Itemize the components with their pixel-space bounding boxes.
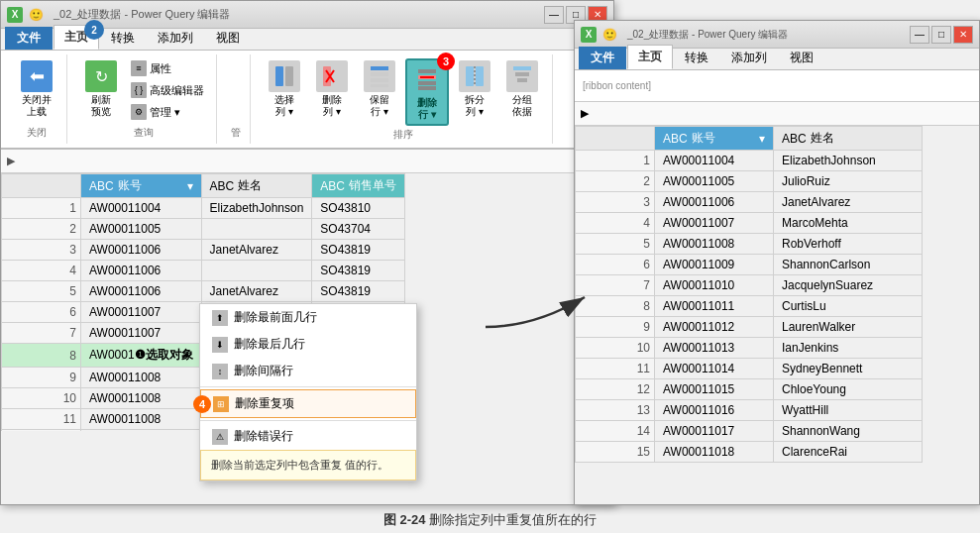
right-table-row[interactable]: 7AW00011010JacquelynSuarez <box>576 275 923 296</box>
group-by-button[interactable]: 分组依据 <box>500 58 544 120</box>
table-row[interactable]: 1 AW00011004 ElizabethJohnson SO43810 <box>2 198 405 219</box>
right-col-header-name[interactable]: ABC 姓名 <box>774 127 923 151</box>
group-by-label: 分组依据 <box>512 94 532 118</box>
cell-acct: AW0001❶选取对象 <box>81 344 202 368</box>
svg-rect-13 <box>418 86 436 90</box>
right-minimize-btn[interactable]: — <box>910 26 929 44</box>
split-col-icon <box>459 60 490 92</box>
tab-view[interactable]: 视图 <box>205 26 251 50</box>
svg-rect-7 <box>371 78 388 82</box>
tab-home[interactable]: 主页 2 <box>54 25 99 50</box>
menu-item-errors[interactable]: ⚠ 删除错误行 <box>200 423 416 450</box>
menu-item-duplicates[interactable]: ⊞ 删除重复项 4 <box>200 389 416 418</box>
keep-row-button[interactable]: 保留行 ▾ <box>358 58 401 120</box>
right-col-header-acct[interactable]: ABC 账号 ▾ <box>655 127 774 151</box>
right-table-row[interactable]: 6AW00011009ShannonCarlson <box>576 255 923 275</box>
right-maximize-btn[interactable]: □ <box>931 26 951 44</box>
left-window: X 🙂 _02_处理数据 - Power Query 编辑器 — □ ✕ 文件 … <box>0 0 614 505</box>
caption-number: 图 2-24 <box>383 512 426 527</box>
right-table-row[interactable]: 14AW00011017ShannonWang <box>576 421 923 442</box>
select-col-button[interactable]: 选择列 ▾ <box>263 58 306 120</box>
table-row[interactable]: 2 AW00011005 SO43704 <box>2 219 405 240</box>
svg-rect-0 <box>275 66 283 86</box>
cell-order: SO43704 <box>312 219 405 240</box>
cell-acct: AW00011006 <box>81 240 202 261</box>
col-header-acct[interactable]: ABC 账号 ▾ <box>81 174 202 198</box>
right-table-row[interactable]: 2AW00011005JulioRuiz <box>576 171 923 192</box>
keep-row-icon <box>364 60 395 92</box>
tab-transform[interactable]: 转换 <box>100 26 146 50</box>
right-name-col-type: ABC <box>782 132 807 146</box>
svg-rect-18 <box>515 72 529 76</box>
right-table-row[interactable]: 5AW00011008RobVerhoff <box>576 234 923 255</box>
cell-order: SO43819 <box>312 240 405 261</box>
badge-2: 2 <box>84 20 104 40</box>
interval-rows-icon: ↕ <box>212 364 228 379</box>
right-smiley: 🙂 <box>602 28 617 42</box>
menu-divider-2 <box>200 420 416 421</box>
refresh-button[interactable]: ↻ 刷新预览 <box>79 58 123 120</box>
acct-col-type: ABC <box>89 179 114 193</box>
menu-item-top-rows[interactable]: ⬆ 删除最前面几行 <box>200 304 416 331</box>
right-table-row[interactable]: 15AW00011018ClarenceRai <box>576 442 923 463</box>
manage-label: 管理 ▾ <box>150 105 180 120</box>
properties-button[interactable]: ≡ 属性 <box>127 58 208 78</box>
right-table-row[interactable]: 3AW00011006JanetAlvarez <box>576 192 923 213</box>
row-num: 4 <box>2 261 81 281</box>
right-table-row[interactable]: 11AW00011014SydneyBennett <box>576 359 923 379</box>
right-formula-bar: ▶ <box>575 102 979 126</box>
menu-item-top-rows-label: 删除最前面几行 <box>234 309 317 326</box>
right-tab-add-col[interactable]: 添加列 <box>720 46 778 69</box>
caption: 图 2-24 删除指定列中重复值所在的行 <box>0 507 980 533</box>
close-load-label: 关闭并上载 <box>22 94 52 118</box>
row-num: 8 <box>2 344 81 368</box>
right-table-row[interactable]: 4AW00011007MarcoMehta <box>576 213 923 234</box>
table-row[interactable]: 5 AW00011006 JanetAlvarez SO43819 <box>2 281 405 302</box>
right-table-container[interactable]: ABC 账号 ▾ ABC 姓名 1AW00011004ElizabethJohn… <box>575 126 979 463</box>
right-table-row[interactable]: 12AW00011015ChloeYoung <box>576 379 923 400</box>
advanced-editor-button[interactable]: { } 高级编辑器 <box>127 80 208 100</box>
tab-add-col[interactable]: 添加列 <box>147 26 204 50</box>
right-table-body: 1AW00011004ElizabethJohnson 2AW00011005J… <box>576 151 923 463</box>
right-table-row[interactable]: 10AW00011013IanJenkins <box>576 338 923 359</box>
table-row[interactable]: 4 AW00011006 SO43819 <box>2 261 405 281</box>
right-window-controls: — □ ✕ <box>910 26 973 44</box>
menu-item-interval-rows[interactable]: ↕ 删除间隔行 <box>200 358 416 384</box>
right-tab-home[interactable]: 主页 <box>627 45 673 69</box>
split-col-button[interactable]: 拆分列 ▾ <box>453 58 496 120</box>
svg-rect-15 <box>476 66 484 86</box>
right-table-row[interactable]: 1AW00011004ElizabethJohnson <box>576 151 923 171</box>
acct-col-filter[interactable]: ▾ <box>187 179 193 193</box>
right-tab-transform[interactable]: 转换 <box>674 46 719 69</box>
row-num: 2 <box>2 219 81 240</box>
delete-row-button[interactable]: 删除行 ▾ 3 <box>405 58 449 126</box>
menu-divider <box>200 386 416 387</box>
minimize-btn[interactable]: — <box>544 6 564 24</box>
row-num-header <box>2 174 81 198</box>
delete-col-button[interactable]: 删除列 ▾ <box>310 58 354 120</box>
cell-order: SO43810 <box>312 198 405 219</box>
col-header-order[interactable]: ABC 销售单号 <box>312 174 405 198</box>
svg-rect-14 <box>466 66 474 86</box>
col-header-name[interactable]: ABC 姓名 <box>201 174 312 198</box>
right-table-row[interactable]: 13AW00011016WyattHill <box>576 400 923 421</box>
table-row[interactable]: 3 AW00011006 JanetAlvarez SO43819 <box>2 240 405 261</box>
tab-file[interactable]: 文件 <box>5 27 53 50</box>
manage-button[interactable]: ⚙ 管理 ▾ <box>127 102 208 122</box>
right-table-row[interactable]: 8AW00011011CurtisLu <box>576 296 923 317</box>
right-close-btn[interactable]: ✕ <box>953 26 973 44</box>
select-col-icon <box>269 60 300 92</box>
menu-item-bottom-rows[interactable]: ⬇ 删除最后几行 <box>200 331 416 358</box>
editor-label: 高级编辑器 <box>150 83 204 98</box>
right-tab-file[interactable]: 文件 <box>579 47 626 69</box>
close-load-button[interactable]: ⬅ 关闭并上载 <box>15 58 58 120</box>
right-acct-col-filter[interactable]: ▾ <box>759 132 765 146</box>
table-area: ▶ ABC 账号 ▾ <box>1 150 613 504</box>
reduce-group-content: 选择列 ▾ 删除列 ▾ <box>263 58 544 126</box>
cell-acct: AW00011007 <box>81 302 202 323</box>
delete-col-label: 删除列 ▾ <box>322 94 342 118</box>
right-tab-view[interactable]: 视图 <box>779 46 824 69</box>
right-table-row[interactable]: 9AW00011012LaurenWalker <box>576 317 923 338</box>
right-acct-col-type: ABC <box>663 132 688 146</box>
row-num: 1 <box>2 198 81 219</box>
